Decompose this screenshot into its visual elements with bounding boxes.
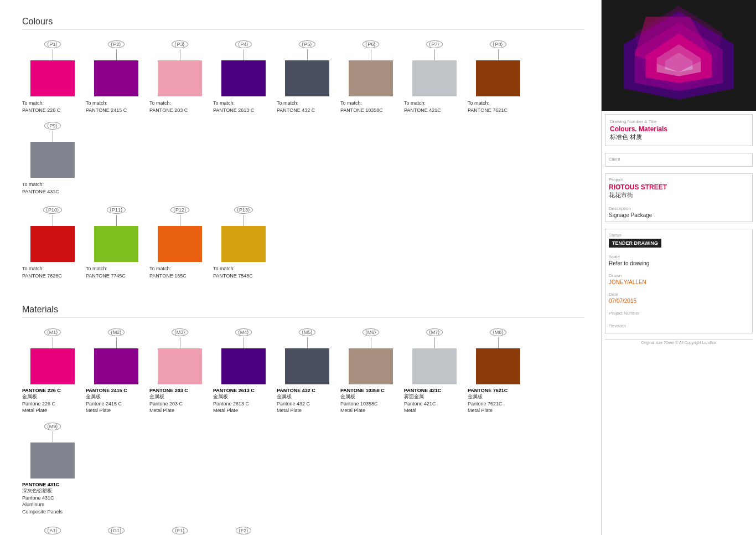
swatch-box-p11 (94, 226, 138, 262)
project-section: Project RIOTOUS STREET 花花市街 Description … (605, 173, 753, 222)
material-box-m8 (476, 348, 520, 384)
material-swatch-m9: ⟨M9⟩PANTONE 431C深灰色铝塑板Pantone 431CAlumin… (22, 423, 83, 516)
material-tag-m8: ⟨M8⟩ (490, 328, 507, 336)
swatch-box-p1 (30, 60, 75, 96)
material-box-m9 (30, 443, 75, 479)
swatch-tag-p9: ⟨P9⟩ (44, 122, 60, 130)
colour-swatch-p1: ⟨P1⟩To match:PANTONE 226 C (22, 40, 83, 114)
status-section: Status TENDER DRAWING Scale Refer to dra… (605, 229, 753, 333)
swatch-tag-p2: ⟨P2⟩ (108, 40, 124, 48)
swatch-box-p6 (349, 60, 393, 96)
material-swatch-m3: ⟨M3⟩PANTONE 203 C金属板Pantone 203 CMetal P… (149, 328, 210, 414)
material-tag-m6: ⟨M6⟩ (363, 328, 380, 336)
drawing-title-zh: 标准色 材质 (610, 133, 748, 141)
material-swatch-f2: ⟨F2⟩透明贴膜Transparent Film (213, 527, 274, 535)
swatch-tag-p5: ⟨P5⟩ (299, 40, 315, 48)
project-label: Project (609, 177, 749, 182)
materials-title: Materials (22, 305, 584, 315)
material-tag-m4: ⟨M4⟩ (235, 328, 252, 336)
date-label: Date (609, 292, 749, 297)
material-swatch-m5: ⟨M5⟩PANTONE 432 C金属板Pantone 432 CMetal P… (277, 328, 338, 414)
copyright-line: Original size 70mm © All Copyright Landh… (605, 339, 753, 344)
materials-divider (22, 317, 584, 317)
swatch-box-p2 (94, 60, 138, 96)
material-tag-m9: ⟨M9⟩ (44, 423, 61, 430)
material-tag-m5: ⟨M5⟩ (299, 328, 316, 336)
drawing-title-en: Colours. Materials (610, 125, 748, 133)
swatch-box-p5 (285, 60, 329, 96)
material-box-m3 (158, 348, 202, 384)
project-en: RIOTOUS STREET (609, 183, 749, 191)
colour-swatch-p9: ⟨P9⟩To match:PANTONE 431C (22, 122, 83, 195)
sidebar: Drawing Number & Title Colours. Material… (601, 0, 756, 535)
colour-swatch-p13: ⟨P13⟩To match:PANTONE 7548C (213, 206, 274, 279)
colours-title: Colours (22, 17, 584, 27)
material-tag-m3: ⟨M3⟩ (172, 328, 189, 336)
colours-divider (22, 29, 584, 29)
swatch-box-p13 (221, 226, 266, 262)
swatch-tag-p6: ⟨P6⟩ (363, 40, 379, 48)
swatch-tag-p11: ⟨P11⟩ (107, 206, 126, 214)
client-label: Client (609, 157, 749, 162)
material-swatch-f1: ⟨F1⟩3M反光贴膜3M Reflective Film (149, 527, 210, 535)
colours-section: Colours ⟨P1⟩To match:PANTONE 226 C⟨P2⟩To… (22, 17, 584, 288)
material-tag-m7: ⟨M7⟩ (426, 328, 443, 336)
material-box-m1 (30, 348, 75, 384)
status-badge: TENDER DRAWING (609, 239, 661, 248)
scale-label: Scale (609, 254, 749, 259)
drawn-label: Drawn (609, 273, 749, 278)
material-tag-m1: ⟨M1⟩ (44, 328, 61, 336)
material-swatch-m7: ⟨M7⟩PANTONE 421C雾面金属Pantone 421CMetal (404, 328, 465, 414)
page: Colours ⟨P1⟩To match:PANTONE 226 C⟨P2⟩To… (0, 0, 756, 535)
colour-swatch-p2: ⟨P2⟩To match:PANTONE 2415 C (86, 40, 147, 114)
swatch-box-p8 (476, 60, 520, 96)
materials-row-1: ⟨M1⟩PANTONE 226 C金属板Pantone 226 CMetal P… (22, 328, 584, 524)
material-box-m6 (349, 348, 393, 384)
material-tag-f1: ⟨F1⟩ (172, 527, 188, 534)
material-swatch-m2: ⟨M2⟩PANTONE 2415 C金属板Pantone 2415 CMetal… (86, 328, 147, 414)
scale-value: Refer to drawing (609, 260, 749, 266)
drawn-value: JONEY/ALLEN (609, 279, 749, 285)
material-swatch-m8: ⟨M8⟩PANTONE 7621C金属板Pantone 7621CMetal P… (468, 328, 529, 414)
swatch-tag-p3: ⟨P3⟩ (172, 40, 188, 48)
swatch-box-p12 (158, 226, 202, 262)
main-content: Colours ⟨P1⟩To match:PANTONE 226 C⟨P2⟩To… (0, 0, 601, 535)
artwork-image (602, 0, 756, 111)
materials-row-2: ⟨A1⟩灯白亚克力White Acrylic⟨G1⟩钢化玻璃Tempered G… (22, 527, 584, 535)
material-tag-a1: ⟨A1⟩ (44, 527, 60, 534)
colour-swatch-p12: ⟨P12⟩To match:PANTONE 165C (149, 206, 210, 279)
material-swatch-a1: ⟨A1⟩灯白亚克力White Acrylic (22, 527, 83, 535)
swatch-tag-p1: ⟨P1⟩ (44, 40, 60, 48)
project-number-label: Project Number (609, 311, 749, 316)
material-box-m4 (221, 348, 266, 384)
material-swatch-m6: ⟨M6⟩PANTONE 10358 C金属板Pantone 10358CMeta… (340, 328, 401, 414)
swatch-tag-p8: ⟨P8⟩ (490, 40, 506, 48)
material-tag-m2: ⟨M2⟩ (108, 328, 125, 336)
description-value: Signage Package (609, 212, 749, 218)
status-label: Status (609, 233, 749, 238)
drawing-info-box: Drawing Number & Title Colours. Material… (605, 114, 753, 146)
swatch-tag-p7: ⟨P7⟩ (426, 40, 442, 48)
colours-row-1: ⟨P1⟩To match:PANTONE 226 C⟨P2⟩To match:P… (22, 40, 584, 203)
date-value: 07/07/2015 (609, 298, 749, 304)
swatch-tag-p10: ⟨P10⟩ (43, 206, 62, 214)
colour-swatch-p11: ⟨P11⟩To match:PANTONE 7745C (86, 206, 147, 279)
swatch-tag-p12: ⟨P12⟩ (170, 206, 189, 214)
colour-swatch-p6: ⟨P6⟩To match:PANTONE 10358C (340, 40, 401, 114)
revision-label: Revision (609, 323, 749, 328)
materials-section: Materials ⟨M1⟩PANTONE 226 C金属板Pantone 22… (22, 305, 584, 535)
swatch-box-p9 (30, 142, 75, 178)
material-box-m5 (285, 348, 329, 384)
colours-row-2: ⟨P10⟩To match:PANTONE 7626C⟨P11⟩To match… (22, 206, 584, 287)
material-box-m7 (412, 348, 457, 384)
colour-swatch-p10: ⟨P10⟩To match:PANTONE 7626C (22, 206, 83, 279)
colour-swatch-p5: ⟨P5⟩To match:PANTONE 432 C (277, 40, 338, 114)
material-box-m2 (94, 348, 138, 384)
colour-swatch-p3: ⟨P3⟩To match:PANTONE 203 C (149, 40, 210, 114)
swatch-tag-p4: ⟨P4⟩ (235, 40, 251, 48)
material-swatch-m4: ⟨M4⟩PANTONE 2613 C金属板Pantone 2613 CMetal… (213, 328, 274, 414)
material-tag-f2: ⟨F2⟩ (236, 527, 252, 534)
drawing-number-label: Drawing Number & Title (610, 119, 748, 124)
description-label: Description (609, 206, 749, 211)
material-swatch-g1: ⟨G1⟩钢化玻璃Tempered Glass (86, 527, 147, 535)
